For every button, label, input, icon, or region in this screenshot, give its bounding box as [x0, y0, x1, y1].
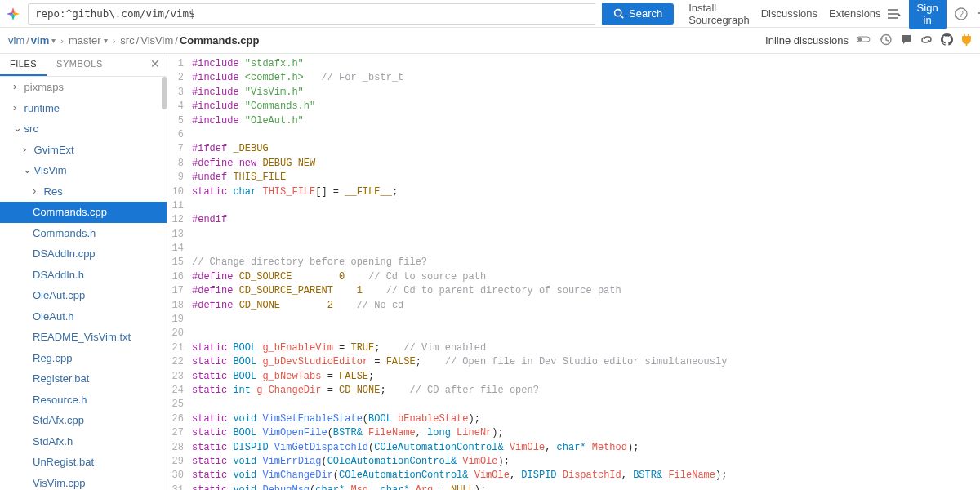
tree-file[interactable]: StdAfx.h	[0, 431, 167, 452]
tree-file[interactable]: Register.bat	[0, 368, 167, 390]
code-content	[192, 228, 980, 242]
tree-file[interactable]: Resource.h	[0, 390, 167, 411]
code-line[interactable]: 12#endif	[167, 213, 980, 227]
path-seg-0[interactable]: src	[120, 34, 134, 47]
tab-symbols[interactable]: SYMBOLS	[47, 54, 113, 76]
line-number: 12	[167, 213, 192, 227]
code-content: static BOOL g_bEnableVim = TRUE; // Vim …	[192, 341, 980, 355]
repo-name[interactable]: vim	[31, 34, 49, 47]
inline-discussions[interactable]: Inline discussions	[765, 34, 849, 47]
code-content: static DISPID VimGetDispatchId(COleAutom…	[192, 441, 980, 455]
nav-extensions[interactable]: Extensions	[829, 7, 881, 20]
scrollbar-thumb[interactable]	[162, 77, 167, 109]
tree-dir[interactable]: Res	[0, 181, 167, 203]
plug-icon[interactable]	[961, 33, 972, 48]
tree-file[interactable]: Reg.cpp	[0, 348, 167, 369]
logo-icon[interactable]	[5, 5, 21, 23]
tree-file[interactable]: README_VisVim.txt	[0, 327, 167, 348]
line-number: 14	[167, 242, 192, 256]
line-number: 17	[167, 284, 192, 298]
code-line[interactable]: 16#define CD_SOURCE 0 // Cd to source pa…	[167, 270, 980, 284]
code-line[interactable]: 23static BOOL g_bNewTabs = FALSE;	[167, 370, 980, 384]
branch-name[interactable]: master	[69, 34, 101, 47]
code-line[interactable]: 13	[167, 228, 980, 242]
code-line[interactable]: 4#include "Commands.h"	[167, 100, 980, 114]
branch-dropdown-icon[interactable]: ▾	[104, 36, 108, 45]
chevron-right-icon: ›	[113, 36, 116, 46]
svg-point-0	[615, 10, 621, 16]
path-file[interactable]: Commands.cpp	[180, 34, 260, 47]
line-number: 27	[167, 426, 192, 440]
signin-button[interactable]: Sign in	[909, 0, 947, 29]
tree-file[interactable]: StdAfx.cpp	[0, 410, 167, 431]
code-line[interactable]: 14	[167, 242, 980, 256]
code-line[interactable]: 5#include "OleAut.h"	[167, 114, 980, 128]
tree-file[interactable]: OleAut.h	[0, 306, 167, 327]
code-line[interactable]: 20	[167, 327, 980, 341]
file-tree[interactable]: pixmaps runtime src GvimExt VisVim ResCo…	[0, 77, 167, 490]
tab-files[interactable]: FILES	[0, 54, 47, 76]
code-content: static int g_ChangeDir = CD_NONE; // CD …	[192, 384, 980, 398]
code-line[interactable]: 15// Change directory before opening fil…	[167, 256, 980, 270]
code-line[interactable]: 27static BOOL VimOpenFile(BSTR& FileName…	[167, 426, 980, 440]
code-area[interactable]: 1#include "stdafx.h"2#include <comdef.h>…	[167, 54, 980, 490]
code-line[interactable]: 17#define CD_SOURCE_PARENT 1 // Cd to pa…	[167, 284, 980, 298]
tree-dir[interactable]: GvimExt	[0, 140, 167, 161]
sidebar-tabs: FILES SYMBOLS ✕	[0, 54, 167, 77]
tree-file[interactable]: DSAddIn.h	[0, 265, 167, 286]
code-line[interactable]: 19	[167, 313, 980, 327]
tree-file[interactable]: UnRegist.bat	[0, 452, 167, 473]
code-line[interactable]: 25	[167, 398, 980, 412]
link-icon[interactable]	[920, 33, 933, 48]
search-input[interactable]	[28, 3, 595, 24]
tree-file[interactable]: VisVim.cpp	[0, 473, 167, 491]
comment-icon[interactable]	[900, 33, 912, 48]
repo-owner[interactable]: vim	[8, 34, 24, 47]
code-line[interactable]: 28static DISPID VimGetDispatchId(COleAut…	[167, 441, 980, 455]
menu-icon[interactable]	[888, 8, 901, 20]
history-icon[interactable]	[880, 33, 892, 48]
toggle-icon[interactable]	[857, 34, 871, 47]
nav-install[interactable]: Install Sourcegraph	[688, 2, 749, 26]
code-line[interactable]: 22static BOOL g_bDevStudioEditor = FALSE…	[167, 355, 980, 369]
tree-dir[interactable]: src	[0, 118, 167, 140]
help-icon[interactable]: ?	[955, 7, 968, 20]
code-line[interactable]: 7#ifdef _DEBUG	[167, 142, 980, 156]
code-content: static BOOL g_bDevStudioEditor = FALSE; …	[192, 355, 980, 369]
path-seg-1[interactable]: VisVim	[140, 34, 173, 47]
nav-discussions[interactable]: Discussions	[761, 7, 817, 20]
tree-file[interactable]: DSAddIn.cpp	[0, 243, 167, 265]
line-number: 23	[167, 370, 192, 384]
close-icon[interactable]: ✕	[144, 54, 167, 76]
code-line[interactable]: 6	[167, 128, 980, 142]
tree-file[interactable]: Commands.cpp	[0, 202, 167, 223]
code-content: static char THIS_FILE[] = __FILE__;	[192, 185, 980, 199]
code-line[interactable]: 21static BOOL g_bEnableVim = TRUE; // Vi…	[167, 341, 980, 355]
tree-file[interactable]: Commands.h	[0, 223, 167, 244]
code-line[interactable]: 1#include "stdafx.h"	[167, 57, 980, 71]
code-line[interactable]: 31static void DebugMsg(char* Msg, char* …	[167, 483, 980, 490]
code-line[interactable]: 8#define new DEBUG_NEW	[167, 157, 980, 171]
code-line[interactable]: 3#include "VisVim.h"	[167, 86, 980, 100]
tree-dir[interactable]: VisVim	[0, 160, 167, 181]
main: FILES SYMBOLS ✕ pixmaps runtime src Gvim…	[0, 54, 980, 490]
code-line[interactable]: 9#undef THIS_FILE	[167, 171, 980, 185]
repo-dropdown-icon[interactable]: ▾	[51, 36, 56, 45]
code-content: static void VimSetEnableState(BOOL bEnab…	[192, 412, 980, 426]
code-line[interactable]: 10static char THIS_FILE[] = __FILE__;	[167, 185, 980, 199]
sparkle-icon[interactable]	[976, 7, 980, 20]
search-button[interactable]: Search	[602, 3, 674, 24]
code-line[interactable]: 18#define CD_NONE 2 // No cd	[167, 299, 980, 313]
code-line[interactable]: 11	[167, 199, 980, 213]
code-line[interactable]: 24static int g_ChangeDir = CD_NONE; // C…	[167, 384, 980, 398]
tree-dir[interactable]: pixmaps	[0, 77, 167, 98]
code-content	[192, 199, 980, 213]
tree-dir[interactable]: runtime	[0, 98, 167, 119]
code-line[interactable]: 30static void VimChangeDir(COleAutomatio…	[167, 469, 980, 483]
code-line[interactable]: 29static void VimErrDiag(COleAutomationC…	[167, 455, 980, 469]
code-line[interactable]: 2#include <comdef.h> // For _bstr_t	[167, 71, 980, 85]
tree-file[interactable]: OleAut.cpp	[0, 285, 167, 306]
github-icon[interactable]	[941, 33, 953, 48]
code-line[interactable]: 26static void VimSetEnableState(BOOL bEn…	[167, 412, 980, 426]
code-content: #include "OleAut.h"	[192, 114, 980, 128]
